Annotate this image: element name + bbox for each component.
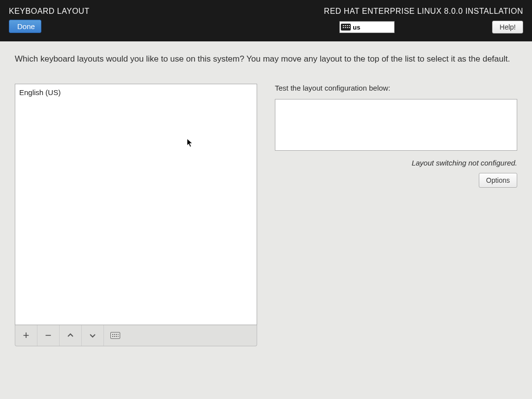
product-name: RED HAT ENTERPRISE LINUX 8.0.0 INSTALLAT… [324,7,523,16]
keyboard-icon [341,24,351,31]
plus-icon: + [23,330,30,341]
test-label: Test the layout configuration below: [275,84,517,92]
right-column: Test the layout configuration below: Lay… [275,84,517,346]
remove-layout-button[interactable]: − [37,325,60,346]
options-row: Options [275,173,517,188]
cursor-icon [187,138,194,147]
help-button[interactable]: Help! [492,21,523,33]
layout-code: us [353,24,360,31]
page-title: KEYBOARD LAYOUT [9,7,90,16]
header-right: RED HAT ENTERPRISE LINUX 8.0.0 INSTALLAT… [324,7,523,33]
done-button[interactable]: Done [9,20,41,33]
layout-list-item[interactable]: English (US) [19,87,253,98]
keyboard-layout-list[interactable]: English (US) [15,84,257,325]
instructions-text: Which keyboard layouts would you like to… [15,54,517,64]
add-layout-button[interactable]: + [15,325,37,346]
header-bar: KEYBOARD LAYOUT Done RED HAT ENTERPRISE … [0,0,532,41]
header-right-row: us Help! [339,21,523,33]
keyboard-layout-indicator[interactable]: us [339,21,395,33]
move-up-button[interactable] [60,325,82,346]
keyboard-icon [110,332,120,339]
main-content: Which keyboard layouts would you like to… [0,41,532,359]
move-down-button[interactable] [82,325,104,346]
layout-toolbar: + − [15,325,257,346]
layout-switching-status: Layout switching not configured. [275,159,517,167]
columns: English (US) + − [15,84,517,346]
chevron-down-icon [89,332,96,339]
layout-test-input[interactable] [275,99,517,151]
left-column: English (US) + − [15,84,257,346]
preview-keyboard-button[interactable] [104,325,126,346]
minus-icon: − [45,330,52,341]
chevron-up-icon [67,332,74,339]
header-left: KEYBOARD LAYOUT Done [9,7,90,33]
options-button[interactable]: Options [479,173,517,188]
